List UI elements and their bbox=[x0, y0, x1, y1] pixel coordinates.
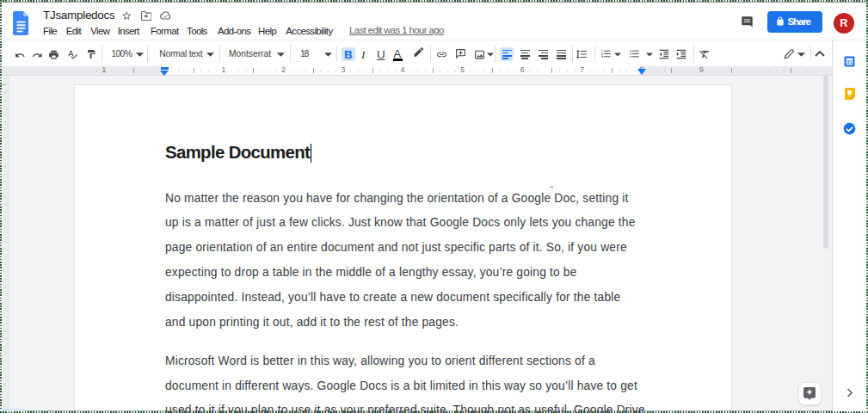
svg-text:31: 31 bbox=[846, 59, 853, 64]
